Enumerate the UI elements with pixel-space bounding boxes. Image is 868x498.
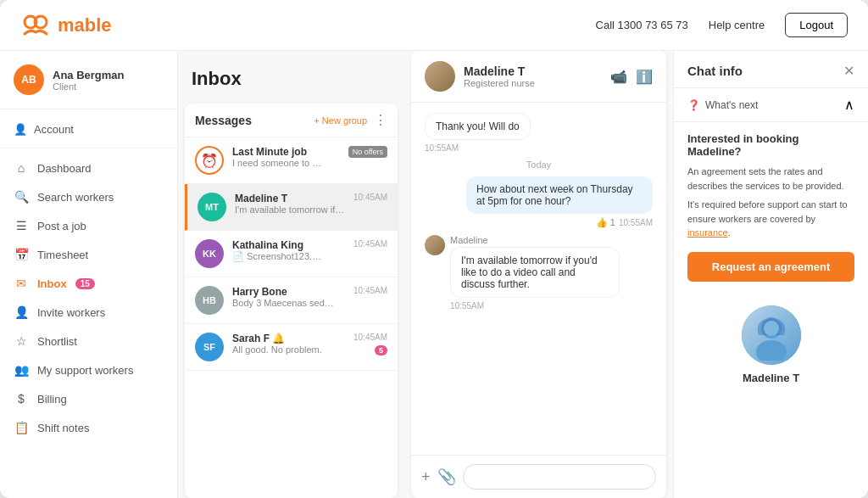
sidebar-item-dashboard[interactable]: ⌂ Dashboard <box>0 154 177 182</box>
video-call-button[interactable]: 📹 <box>610 69 627 85</box>
request-agreement-button[interactable]: Request an agreement <box>687 252 854 282</box>
profile-avatar-inner <box>742 305 801 365</box>
sidebar-label-shortlist: Shortlist <box>37 335 77 348</box>
sidebar-item-inbox[interactable]: ✉ Inbox 15 <box>0 269 177 298</box>
sidebar-item-post-job[interactable]: ☰ Post a job <box>0 211 177 240</box>
user-role: Client <box>53 81 125 92</box>
logo: mable <box>20 10 112 41</box>
msg-time: 10:45AM <box>353 239 387 249</box>
sidebar-label-support-workers: My support workers <box>37 364 133 377</box>
chat-user-details: Madeline T Registered nurse <box>464 64 535 88</box>
msg-meta: 10:45AM 5 <box>353 333 387 355</box>
sidebar-item-shortlist[interactable]: ☆ Shortlist <box>0 327 177 355</box>
add-attachment-button[interactable]: + <box>421 468 431 486</box>
msg-time: 10:45AM <box>353 333 387 342</box>
job-icon: ⏰ <box>195 146 224 175</box>
msg-name: Madeline T <box>235 193 345 204</box>
chat-input[interactable] <box>463 464 656 490</box>
chat-user-name: Madeline T <box>464 64 535 78</box>
msg-avatar: KK <box>195 239 224 268</box>
help-centre-link[interactable]: Help centre <box>709 19 765 31</box>
logout-button[interactable]: Logout <box>785 13 848 37</box>
msg-row: Thank you! Will do 10:55AM <box>425 113 653 153</box>
list-item[interactable]: HB Harry Bone Body 3 Maecenas sed diam e… <box>185 277 398 324</box>
sidebar-label-post-job: Post a job <box>37 220 86 232</box>
no-offers-badge: No offers <box>348 146 387 158</box>
msg-row: Madeline I'm available tomorrow if you'd… <box>425 235 653 311</box>
svg-point-3 <box>756 340 787 361</box>
whats-next-header[interactable]: ❓ What's next ∧ <box>674 88 868 121</box>
messages-header: Messages + New group ⋮ <box>185 104 398 137</box>
close-info-button[interactable]: ✕ <box>843 63 854 79</box>
sidebar: AB Ana Bergman Client 👤 Account ⌂ Dashbo… <box>0 51 178 498</box>
msg-meta: 10:45AM <box>353 286 387 295</box>
chat-user-role: Registered nurse <box>464 78 535 88</box>
support-workers-icon: 👥 <box>14 363 29 377</box>
sidebar-label-billing: Billing <box>37 393 67 406</box>
msg-preview: Body 3 Maecenas sed diam eget risus vari… <box>232 298 334 308</box>
profile-name: Madeline T <box>743 372 799 384</box>
list-item[interactable]: ⏰ Last Minute job I need someone to get … <box>185 137 398 184</box>
msg-timestamp: 10:55AM <box>425 143 459 153</box>
msg-content: Kathalina King 📄 Screenshot123.png <box>232 239 345 262</box>
info-panel: Chat info ✕ ❓ What's next ∧ Interested i… <box>673 51 868 498</box>
new-group-button[interactable]: + New group <box>314 115 367 126</box>
chat-input-area: + 📎 <box>411 455 666 498</box>
list-item[interactable]: MT Madeline T I'm available tomorrow if … <box>185 184 398 231</box>
user-details: Ana Bergman Client <box>53 69 125 92</box>
list-item[interactable]: KK Kathalina King 📄 Screenshot123.png 10… <box>185 231 398 277</box>
post-job-icon: ☰ <box>14 219 29 232</box>
message-bubble: Thank you! Will do <box>425 113 531 140</box>
sidebar-label-invite: Invite workers <box>37 306 105 319</box>
phone-number: Call 1300 73 65 73 <box>596 19 688 31</box>
chat-panel: Madeline T Registered nurse 📹 ℹ️ Thank y… <box>411 51 666 498</box>
msg-timestamp: 10:55AM <box>450 301 620 311</box>
list-item[interactable]: SF Sarah F 🔔 All good. No problem. 10:45… <box>185 324 398 371</box>
msg-content: Sarah F 🔔 All good. No problem. <box>232 333 345 355</box>
msg-content: Harry Bone Body 3 Maecenas sed diam eget… <box>232 286 345 308</box>
info-text-2: It's required before support can start t… <box>687 198 854 240</box>
paperclip-button[interactable]: 📎 <box>437 467 456 486</box>
info-button[interactable]: ℹ️ <box>636 69 653 85</box>
chat-avatar <box>425 61 455 92</box>
sidebar-item-invite[interactable]: 👤 Invite workers <box>0 298 177 327</box>
question-icon: ❓ <box>687 99 700 111</box>
sidebar-item-timesheet[interactable]: 📅 Timesheet <box>0 240 177 269</box>
logo-text: mable <box>58 14 112 36</box>
chat-avatar-image <box>425 61 455 92</box>
msg-avatar: SF <box>195 333 224 361</box>
msg-content-block: Madeline I'm available tomorrow if you'd… <box>450 235 620 311</box>
msg-preview: I'm available tomorrow if you'd like to … <box>235 204 345 215</box>
billing-icon: $ <box>14 392 29 406</box>
message-bubble: How about next week on Thursday at 5pm f… <box>466 176 653 214</box>
app-header: mable Call 1300 73 65 73 Help centre Log… <box>0 0 868 51</box>
sidebar-label-search: Search workers <box>37 191 114 204</box>
msg-meta: No offers <box>348 146 387 158</box>
sidebar-label-timesheet: Timesheet <box>37 249 88 261</box>
main-content: AB Ana Bergman Client 👤 Account ⌂ Dashbo… <box>0 51 868 498</box>
more-options-button[interactable]: ⋮ <box>374 112 387 128</box>
msg-avatar: HB <box>195 286 224 315</box>
nav-divider <box>0 148 177 148</box>
sidebar-item-support-workers[interactable]: 👥 My support workers <box>0 355 177 384</box>
logo-icon <box>20 10 51 41</box>
msg-preview: I need someone to get my groceries <box>232 158 326 168</box>
msg-name: Sarah F 🔔 <box>232 333 345 344</box>
chat-info-title: Chat info <box>687 64 743 78</box>
msg-content: Madeline T I'm available tomorrow if you… <box>235 193 345 215</box>
info-text-1: An agreement sets the rates and describe… <box>687 165 854 193</box>
whats-next-label: ❓ What's next <box>687 99 758 111</box>
msg-timestamp: 10:55AM <box>619 218 653 227</box>
profile-section: Madeline T <box>674 292 868 398</box>
profile-avatar <box>742 305 801 365</box>
whats-next-section: ❓ What's next ∧ <box>674 88 868 122</box>
user-name: Ana Bergman <box>53 69 125 81</box>
sidebar-label-inbox: Inbox <box>37 277 67 290</box>
account-icon: 👤 <box>14 123 27 136</box>
sidebar-item-search[interactable]: 🔍 Search workers <box>0 182 177 211</box>
sidebar-item-account[interactable]: 👤 Account <box>0 116 177 143</box>
sender-avatar <box>425 235 445 255</box>
sidebar-item-shift-notes[interactable]: 📋 Shift notes <box>0 413 177 442</box>
sidebar-item-billing[interactable]: $ Billing <box>0 384 177 413</box>
insurance-link[interactable]: insurance <box>687 227 728 238</box>
